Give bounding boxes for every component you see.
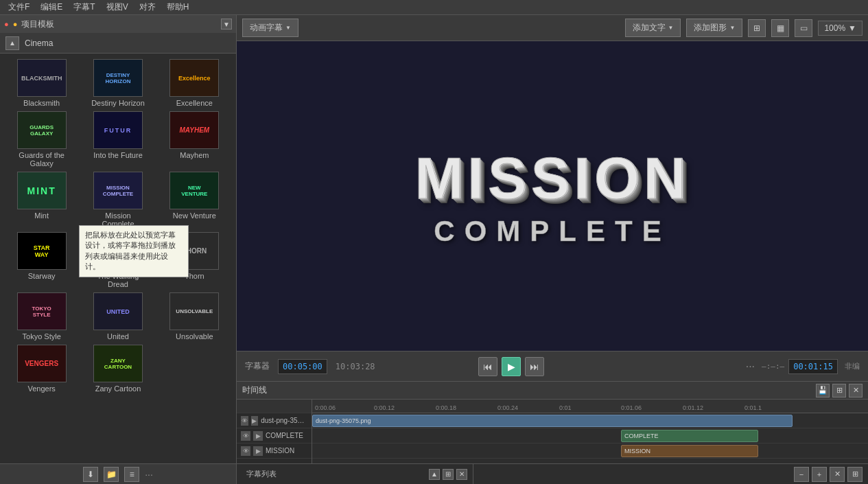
tl-save-btn[interactable]: 💾 <box>816 384 830 397</box>
track-expand-icon-2[interactable]: ▶ <box>253 431 263 441</box>
track-eye-icon-3[interactable]: 👁 <box>241 446 250 456</box>
ruler-mark-3: 0:00.18 <box>436 404 456 411</box>
template-item-mission[interactable]: MISSIONCOMPLETE Mission Complete <box>82 172 154 228</box>
add-text-label: 添加文字 <box>633 22 666 34</box>
subtitle-mode-label: 动画字幕 <box>250 22 283 34</box>
zoom-value: 100% <box>824 23 845 33</box>
track-eye-icon-1[interactable]: 👁 <box>241 416 248 426</box>
template-thumb-excellence[interactable]: Excellence <box>169 59 219 97</box>
track-eye-icon-2[interactable]: 👁 <box>241 431 250 441</box>
template-item-mint[interactable]: MINT Mint <box>5 172 78 228</box>
ruler-mark-6: 0:01.06 <box>621 404 642 411</box>
timeline-clip-1[interactable]: dust-png-35075.png <box>312 415 793 427</box>
template-thumb-vengers[interactable]: VENGERS <box>17 345 67 382</box>
timeline-tracks[interactable]: dust-png-35075.png COMPLETE MISSION <box>312 413 868 463</box>
download-btn[interactable]: ⬇ <box>83 467 98 482</box>
bottom-grid-btn[interactable]: ⊞ <box>847 467 863 482</box>
panel-dropdown-btn[interactable]: ▼ <box>221 19 232 30</box>
add-text-dropdown[interactable]: 添加文字 ▼ <box>625 19 681 37</box>
zoom-display[interactable]: 100% ▼ <box>818 21 863 36</box>
ruler-icon-btn[interactable]: ▦ <box>771 19 789 37</box>
playback-controls: 字幕器 00:05:00 10:03:28 ⏮ ▶ ⏭ ··· —:—:— 00… <box>237 351 868 381</box>
template-label-excellence: Excellence <box>176 99 213 107</box>
track-expand-icon-3[interactable]: ▶ <box>253 446 263 456</box>
track-label-3: 👁 ▶ MISSION <box>237 443 312 459</box>
menu-file[interactable]: 文件F <box>3 0 35 14</box>
template-thumb-unsolvable[interactable]: UNSOLVABLE <box>169 292 219 330</box>
template-grid-container[interactable]: BLACKSMITH Blacksmith DESTINYHORIZON Des… <box>0 54 236 463</box>
frame-icon-btn[interactable]: ▭ <box>795 19 812 37</box>
template-thumb-starway[interactable]: STARWAY <box>17 232 67 270</box>
template-item-blacksmith[interactable]: BLACKSMITH Blacksmith <box>5 59 78 107</box>
template-item-starway[interactable]: STARWAY Starway <box>5 232 78 288</box>
bottom-close-btn[interactable]: ✕ <box>456 469 467 480</box>
template-item-destiny[interactable]: DESTINYHORIZON Destiny Horizon <box>82 59 154 107</box>
bottom-minus-btn[interactable]: − <box>794 467 809 482</box>
template-thumb-mayhem[interactable]: MAYHEM <box>169 111 219 149</box>
panel-close-icon[interactable]: ● <box>4 20 9 28</box>
up-button[interactable]: ▲ <box>5 36 19 50</box>
track-expand-icon-1[interactable]: ▶ <box>251 416 259 426</box>
template-item-mayhem[interactable]: MAYHEM Mayhem <box>159 111 231 168</box>
bottom-up-btn[interactable]: ▲ <box>429 469 440 480</box>
template-item-guards[interactable]: GUARDSGALAXY Guards of the Galaxy <box>5 111 78 168</box>
template-thumb-mission[interactable]: MISSIONCOMPLETE <box>93 172 143 209</box>
timeline-clip-2[interactable]: COMPLETE <box>621 430 758 442</box>
menu-bar: 文件F 编辑E 字幕T 视图V 对齐 帮助H <box>0 0 868 15</box>
template-item-thorn[interactable]: THORN Thorn <box>159 232 231 288</box>
tl-close-btn[interactable]: ✕ <box>849 384 863 397</box>
tl-expand-btn[interactable]: ⊞ <box>832 384 846 397</box>
template-thumb-zany[interactable]: ZANYCARTOON <box>93 345 143 382</box>
template-thumb-tokyo[interactable]: TOKYOSTYLE <box>17 292 67 330</box>
template-thumb-guards[interactable]: GUARDSGALAXY <box>17 111 67 149</box>
timeline-area: 时间线 💾 ⊞ ✕ 👁 ▶ dust-png-35075 <box>237 381 868 463</box>
bottom-x-btn[interactable]: ✕ <box>830 467 845 482</box>
bottom-plus-btn[interactable]: + <box>812 467 827 482</box>
play-btn[interactable]: ▶ <box>502 357 521 376</box>
panel-minimize-icon[interactable]: ● <box>13 20 18 28</box>
template-thumb-thorn[interactable]: THORN <box>169 232 219 270</box>
subtitle-list-tab[interactable]: 字幕列表 <box>242 468 281 481</box>
list-btn[interactable]: ≡ <box>124 467 139 482</box>
template-thumb-future[interactable]: FUTUR <box>93 111 143 149</box>
template-item-unsolvable[interactable]: UNSOLVABLE Unsolvable <box>159 292 231 341</box>
template-thumb-united[interactable]: UNITED <box>93 292 143 330</box>
template-item-future[interactable]: FUTUR Into the Future <box>82 111 154 168</box>
main-layout: ● ● 项目模板 ▼ ▲ Cinema BLACKSMITH <box>0 15 868 484</box>
template-thumb-destiny[interactable]: DESTINYHORIZON <box>93 59 143 97</box>
folder-btn[interactable]: 📁 <box>104 467 119 482</box>
menu-subtitle[interactable]: 字幕T <box>68 0 100 14</box>
grid-icon-btn[interactable]: ⊞ <box>748 19 766 37</box>
template-item-vengers[interactable]: VENGERS Vengers <box>5 345 78 393</box>
template-item-walking[interactable]: WALKINGDREAD The Walking Dread <box>82 232 154 288</box>
menu-help[interactable]: 帮助H <box>161 0 195 14</box>
template-item-new-venture[interactable]: NEWVENTURE New Venture <box>159 172 231 228</box>
subtitle-mode-dropdown[interactable]: 动画字幕 ▼ <box>242 19 298 37</box>
template-item-united[interactable]: UNITED United <box>82 292 154 341</box>
template-item-excellence[interactable]: Excellence Excellence <box>159 59 231 107</box>
add-shape-dropdown[interactable]: 添加图形 ▼ <box>686 19 742 37</box>
menu-align[interactable]: 对齐 <box>134 0 161 14</box>
template-thumb-mint[interactable]: MINT <box>17 172 67 209</box>
timeline-clip-3[interactable]: MISSION <box>621 445 758 457</box>
skip-forward-btn[interactable]: ⏭ <box>525 357 544 376</box>
more-btn[interactable]: ··· <box>145 469 153 480</box>
timeline-track-labels: 👁 ▶ dust-png-35075.png 👁 ▶ COMPLETE 👁 ▶ <box>237 400 312 463</box>
bottom-left: 字幕列表 ▲ ⊞ ✕ <box>237 464 473 484</box>
template-thumb-new-venture[interactable]: NEWVENTURE <box>169 172 219 209</box>
track-name-3: MISSION <box>266 447 294 454</box>
template-thumb-blacksmith[interactable]: BLACKSMITH <box>17 59 67 97</box>
template-grid: BLACKSMITH Blacksmith DESTINYHORIZON Des… <box>5 59 231 393</box>
template-label-zany: Zany Cartoon <box>95 384 141 393</box>
more-options-btn[interactable]: ··· <box>743 358 758 376</box>
skip-back-btn[interactable]: ⏮ <box>478 357 497 376</box>
menu-edit[interactable]: 编辑E <box>35 0 68 14</box>
subtitle-mode-arrow: ▼ <box>285 25 291 31</box>
mission-title: MISSION <box>415 145 690 212</box>
template-item-tokyo[interactable]: TOKYOSTYLE Tokyo Style <box>5 292 78 341</box>
template-item-zany[interactable]: ZANYCARTOON Zany Cartoon <box>82 345 154 393</box>
template-thumb-walking[interactable]: WALKINGDREAD <box>93 232 143 270</box>
template-label-tokyo: Tokyo Style <box>23 332 61 341</box>
menu-view[interactable]: 视图V <box>101 0 134 14</box>
bottom-expand-btn[interactable]: ⊞ <box>443 469 454 480</box>
